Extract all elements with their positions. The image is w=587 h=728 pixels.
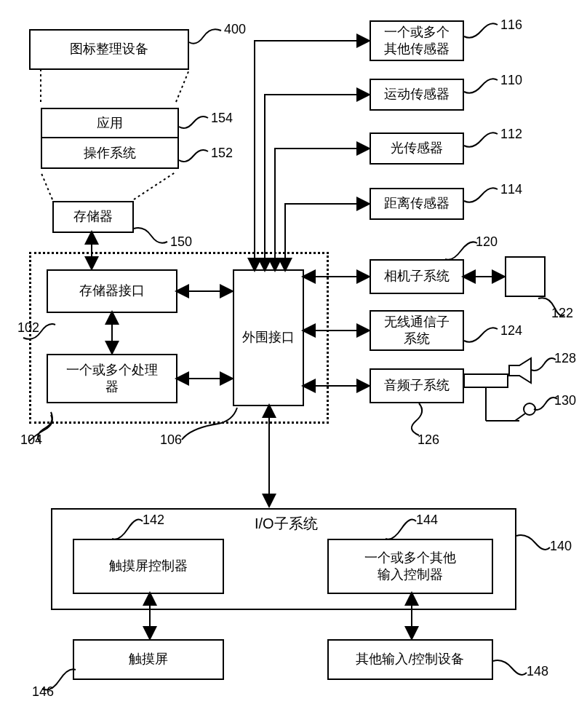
block-wireless: 无线通信子 系统	[370, 310, 464, 351]
block-touch-ctrl: 触摸屏控制器	[73, 539, 224, 594]
ref-128: 128	[554, 351, 576, 366]
ref-400: 400	[224, 22, 246, 37]
svg-line-3	[134, 172, 176, 199]
text: 无线通信子 系统	[384, 314, 450, 348]
ref-106: 106	[160, 432, 182, 448]
ref-116: 116	[500, 17, 522, 33]
ref-102: 102	[17, 320, 39, 336]
text: 距离传感器	[384, 195, 450, 212]
ref-104: 104	[20, 432, 42, 448]
text: 运动传感器	[384, 86, 450, 103]
block-other-sensors: 一个或多个 其他传感器	[370, 20, 464, 61]
ref-126: 126	[418, 432, 439, 448]
ref-110: 110	[500, 73, 522, 88]
text: 外围接口	[242, 329, 295, 346]
text: 触摸屏控制器	[109, 558, 188, 574]
ref-124: 124	[500, 323, 522, 339]
text: 存储器接口	[79, 282, 145, 299]
text: 图标整理设备	[70, 41, 148, 58]
text: 相机子系统	[384, 268, 450, 285]
ref-140: 140	[550, 539, 572, 554]
block-app-os: 应用 操作系统	[41, 108, 179, 169]
ref-112: 112	[500, 127, 522, 142]
block-peripheral-if: 外围接口	[233, 269, 304, 406]
text: 一个或多个其他 输入控制器	[364, 550, 456, 584]
ref-148: 148	[527, 664, 548, 679]
speaker-icon	[509, 358, 541, 384]
ref-142: 142	[143, 513, 164, 528]
ref-154: 154	[211, 111, 233, 126]
text: 一个或多个处理 器	[66, 362, 158, 396]
text: 操作系统	[84, 144, 136, 162]
mic-icon	[509, 402, 538, 424]
ref-114: 114	[500, 182, 522, 197]
block-camera: 相机子系统	[370, 259, 464, 294]
text: 存储器	[73, 208, 113, 225]
ref-120: 120	[476, 234, 498, 250]
text: 应用	[97, 114, 123, 132]
block-touchscreen: 触摸屏	[73, 639, 224, 680]
text: 光传感器	[391, 140, 443, 157]
block-camera-mod	[505, 256, 546, 297]
text: 音频子系统	[384, 377, 450, 394]
svg-line-2	[41, 172, 52, 199]
ref-144: 144	[416, 513, 438, 528]
ref-130: 130	[554, 393, 576, 408]
block-audio: 音频子系统	[370, 368, 464, 403]
block-other-input-ctrl: 一个或多个其他 输入控制器	[327, 539, 493, 594]
ref-150: 150	[170, 234, 192, 250]
svg-rect-7	[464, 374, 508, 387]
block-other-io: 其他输入/控制设备	[327, 639, 493, 680]
ref-122: 122	[551, 306, 573, 321]
block-processors: 一个或多个处理 器	[47, 354, 177, 403]
block-light-sensor: 光传感器	[370, 132, 464, 165]
svg-line-5	[515, 414, 525, 421]
text: 其他输入/控制设备	[356, 651, 464, 668]
block-motion-sensor: 运动传感器	[370, 79, 464, 111]
block-icon-organizer: 图标整理设备	[29, 29, 189, 70]
ref-146: 146	[32, 684, 54, 700]
svg-line-1	[176, 70, 189, 102]
text: 触摸屏	[129, 651, 168, 668]
ref-152: 152	[211, 146, 233, 161]
block-distance-sensor: 距离传感器	[370, 188, 464, 220]
block-memory: 存储器	[52, 201, 134, 233]
svg-point-4	[524, 403, 535, 415]
block-memory-if: 存储器接口	[47, 269, 177, 313]
text: 一个或多个 其他传感器	[384, 24, 450, 58]
io-label: I/O子系统	[255, 514, 318, 534]
